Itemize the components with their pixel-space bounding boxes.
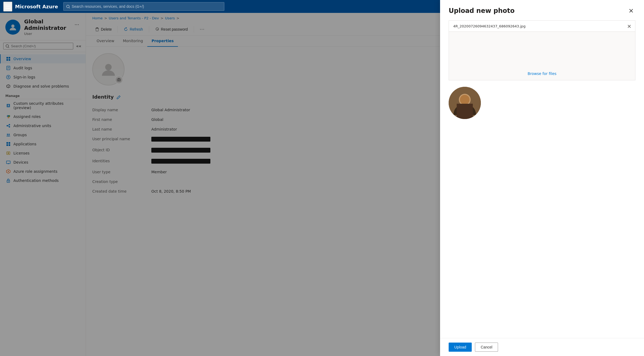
preview-photo: [449, 87, 481, 119]
svg-point-75: [460, 95, 470, 105]
file-name-label: 4R_20200726094632437_686092643.jpg: [453, 24, 526, 28]
upload-panel-footer: Upload Cancel: [440, 338, 644, 356]
file-drop-zone[interactable]: Browse for files: [449, 32, 635, 80]
upload-photo-panel: Upload new photo 4R_20200726094632437_68…: [440, 0, 644, 356]
svg-rect-0: [5, 5, 10, 5]
upload-panel-body: 4R_20200726094632437_686092643.jpg Brows…: [440, 20, 644, 338]
search-input[interactable]: [72, 4, 221, 9]
upload-cancel-button[interactable]: Cancel: [475, 343, 498, 352]
file-upload-area: 4R_20200726094632437_686092643.jpg Brows…: [449, 20, 635, 80]
preview-photo-svg: [449, 87, 481, 119]
file-remove-button[interactable]: [628, 24, 631, 28]
app-logo: Microsoft Azure: [15, 4, 58, 9]
file-header: 4R_20200726094632437_686092643.jpg: [449, 21, 635, 32]
browse-for-files-link[interactable]: Browse for files: [528, 71, 557, 76]
search-icon: [66, 4, 70, 9]
preview-photo-inner: [449, 87, 481, 119]
upload-close-button[interactable]: [627, 6, 635, 15]
svg-rect-76: [457, 104, 473, 119]
upload-panel-header: Upload new photo: [440, 0, 644, 20]
file-remove-icon: [628, 25, 631, 28]
global-search[interactable]: [63, 2, 224, 11]
upload-submit-button[interactable]: Upload: [449, 343, 472, 352]
svg-line-4: [69, 8, 70, 8]
svg-point-3: [67, 5, 69, 8]
svg-rect-2: [5, 8, 10, 9]
hamburger-button[interactable]: [3, 2, 12, 12]
upload-panel-title: Upload new photo: [449, 7, 515, 15]
close-icon: [629, 9, 633, 13]
svg-rect-1: [5, 6, 10, 7]
